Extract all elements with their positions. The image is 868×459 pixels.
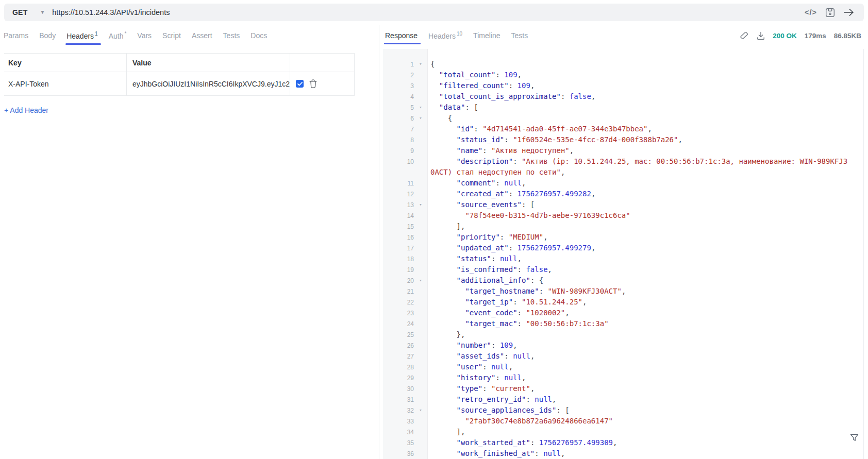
request-tab-vars[interactable]: Vars [137, 31, 152, 40]
fold-spacer [414, 145, 427, 156]
save-icon[interactable] [825, 8, 835, 18]
response-meta: 200 OK 179ms 86.85KB [740, 31, 868, 40]
response-tab-timeline[interactable]: Timeline [473, 31, 500, 40]
fold-chevron-icon[interactable]: ▾ [414, 275, 427, 286]
response-tab-tests[interactable]: Tests [511, 31, 528, 40]
response-tab-response[interactable]: Response [385, 31, 418, 40]
token-p: : [ [522, 200, 535, 209]
code-text: "asset_ids": null, [427, 351, 535, 362]
fold-chevron-icon[interactable]: ▾ [414, 102, 427, 113]
token-p: , [591, 244, 595, 252]
token-u: null [504, 373, 522, 382]
add-header-button[interactable]: + Add Header [4, 106, 48, 114]
fold-spacer [414, 189, 427, 199]
token-p: : [482, 384, 491, 393]
token-p: , [591, 190, 595, 198]
token-k: "source_appliances_ids" [430, 406, 556, 414]
request-tab-auth[interactable]: Auth* [109, 31, 127, 40]
fold-spacer [414, 232, 427, 243]
line-number: 33 [383, 416, 414, 427]
method-select[interactable]: GET ▼ [4, 8, 45, 16]
fold-chevron-icon[interactable]: ▾ [414, 199, 427, 210]
url-bar-actions: </> [805, 8, 864, 18]
code-line: 21 "target_hostname": "WIN-989KFJ30ACT", [383, 286, 864, 297]
fold-spacer [414, 70, 427, 80]
code-text: "source_appliances_ids": [ [427, 405, 570, 416]
code-line: 14 "78f54ee0-b315-4d7b-aebe-971639c1c6ca… [383, 210, 864, 221]
line-number: 3 [383, 80, 414, 91]
line-number: 18 [383, 253, 414, 264]
code-line: 23 "event_code": "1020002", [383, 308, 864, 318]
fold-spacer [414, 286, 427, 297]
token-p: : [ [465, 103, 478, 111]
request-url-bar: GET ▼ https://10.51.244.3/API/v1/inciden… [4, 4, 864, 21]
request-tab-assert[interactable]: Assert [192, 31, 212, 40]
token-p: , [561, 168, 565, 176]
request-tab-params[interactable]: Params [4, 31, 28, 40]
token-p: , [565, 309, 569, 317]
token-k: "user" [430, 363, 482, 371]
send-icon[interactable] [843, 8, 855, 16]
checkbox-checked-icon[interactable] [296, 80, 304, 88]
code-text: "78f54ee0-b315-4d7b-aebe-971639c1c6ca" [427, 210, 630, 221]
code-text: "data": [ [427, 102, 478, 113]
fold-chevron-icon[interactable]: ▾ [414, 405, 427, 416]
download-icon[interactable] [757, 31, 765, 40]
scrollbar-track[interactable] [863, 49, 864, 459]
token-u: null [500, 254, 518, 263]
code-text: "total_count_is_approximate": false, [427, 91, 595, 102]
code-text: 0ACT) стал недоступен по сети", [427, 167, 565, 178]
header-row-actions [290, 72, 355, 95]
response-body-viewer[interactable]: 1▾{2 "total_count": 109,3 "filtered_coun… [383, 49, 864, 459]
eraser-icon[interactable] [740, 31, 749, 40]
line-number: 22 [383, 297, 414, 308]
chevron-down-icon: ▼ [40, 10, 45, 15]
url-input[interactable]: https://10.51.244.3/API/v1/incidents [52, 8, 170, 16]
token-p: , [622, 287, 626, 295]
code-line: 29 "history": null, [383, 372, 864, 383]
token-p: : [495, 71, 504, 79]
fold-spacer [414, 210, 427, 221]
line-number: 19 [383, 264, 414, 275]
code-line: 26 "number": 109, [383, 340, 864, 351]
line-number: 5 [383, 102, 414, 113]
response-tab-headers[interactable]: Headers10 [428, 31, 462, 40]
response-header: ResponseHeaders10TimelineTests 200 OK 17… [379, 25, 868, 46]
line-number: 28 [383, 362, 414, 372]
line-number: 10 [383, 156, 414, 167]
code-line: 9 "name": "Актив недоступен", [383, 145, 864, 156]
request-tab-headers[interactable]: Headers1 [66, 31, 97, 40]
trash-icon[interactable] [309, 79, 317, 88]
code-text: "type": "current", [427, 383, 535, 394]
token-p: : [504, 135, 513, 144]
token-s: "78f54ee0-b315-4d7b-aebe-971639c1c6ca" [430, 211, 630, 219]
token-p: , [613, 438, 617, 447]
filter-funnel-icon[interactable] [850, 434, 859, 444]
code-icon[interactable]: </> [805, 8, 817, 16]
code-line: 33 "2fabf30c74e8b872a6a9624866ea6147" [383, 416, 864, 427]
token-k: "data" [430, 103, 465, 111]
token-p: : [530, 438, 539, 447]
token-k: "additional_info" [430, 276, 530, 284]
code-text: "description": "Актив (ip: 10.51.244.25,… [427, 156, 847, 167]
header-value-field[interactable]: eyJhbGciOiJIUzI1NiIsInR5cCI6IkpXVCJ9.eyJ… [126, 72, 290, 95]
fold-chevron-icon[interactable]: ▾ [414, 59, 427, 70]
line-number: 25 [383, 329, 414, 340]
request-tab-body[interactable]: Body [39, 31, 56, 40]
token-p: : [495, 179, 504, 187]
request-tab-docs[interactable]: Docs [251, 31, 267, 40]
fold-spacer [414, 362, 427, 372]
token-p: : [504, 352, 513, 360]
token-u: null [535, 395, 552, 403]
code-text: ], [427, 427, 465, 437]
code-line: 30 "type": "current", [383, 383, 864, 394]
header-key-field[interactable]: X-API-Token [4, 72, 126, 95]
code-line: 24 "target_mac": "00:50:56:b7:1c:3a" [383, 318, 864, 329]
fold-spacer [414, 427, 427, 437]
code-text: "updated_at": 1756276957.499279, [427, 243, 595, 253]
fold-chevron-icon[interactable]: ▾ [414, 113, 427, 124]
request-tab-script[interactable]: Script [162, 31, 181, 40]
request-tab-tests[interactable]: Tests [223, 31, 240, 40]
token-p: : [491, 341, 500, 349]
fold-spacer [414, 124, 427, 134]
